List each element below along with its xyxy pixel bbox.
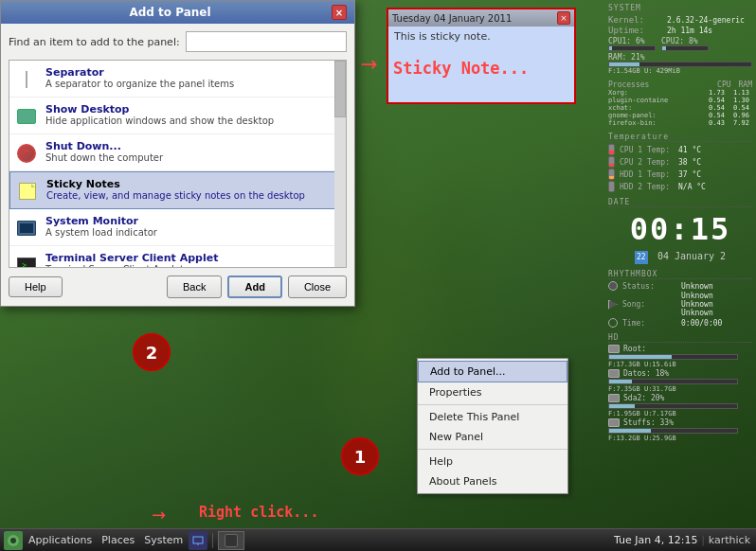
sticky-note-arrow-icon: ←	[360, 52, 377, 76]
context-menu-item[interactable]: Help	[418, 452, 567, 471]
annotation-circle-1: 1	[341, 437, 379, 475]
conky-processes-header: Processes CPU RAM	[608, 80, 752, 89]
conky-process-item: gnome-panel:0.540.96	[608, 112, 752, 119]
item-desc: A system load indicator	[45, 227, 157, 238]
dialog-close-button[interactable]: ×	[332, 5, 347, 20]
context-menu-separator	[418, 404, 567, 405]
panel-left-section: Applications Places System	[0, 531, 244, 550]
item-icon	[15, 142, 38, 165]
svg-point-1	[10, 538, 16, 543]
rhythmbox-status-icon	[608, 281, 618, 291]
dialog-list-item[interactable]: >_ Terminal Server Client Applet Termina…	[9, 246, 346, 268]
conky-date: 22 04 January 2	[608, 251, 752, 264]
sticky-note-title: Tuesday 04 January 2011	[392, 13, 557, 24]
scrollbar-thumb[interactable]	[334, 61, 346, 117]
conky-process-item: Xorg:1.731.13	[608, 89, 752, 97]
conky-process-item: plugin-containe0.541.30	[608, 97, 752, 104]
conky-ram-row: RAM: 21% F:1.54GB U: 429MiB	[608, 53, 752, 75]
hd-icon-2	[608, 369, 620, 378]
item-name: Shut Down...	[45, 140, 163, 152]
conky-cpu-row: CPU1: 6% CPU2: 8%	[608, 37, 752, 51]
thermometer-icon-4	[608, 181, 615, 192]
places-menu[interactable]: Places	[98, 532, 138, 548]
panel-right-section: Tue Jan 4, 12:15 | karthick	[614, 534, 756, 546]
item-desc: Hide application windows and show the de…	[45, 116, 274, 126]
gnome-logo-icon	[7, 534, 20, 547]
context-menu-separator	[418, 449, 567, 450]
context-menu-item[interactable]: New Panel	[418, 427, 567, 447]
dialog-search-input[interactable]	[186, 31, 347, 52]
music-icon	[608, 300, 618, 310]
close-button[interactable]: Close	[288, 276, 347, 298]
conky-system-section: SYSTEM Kernel: 2.6.32-24-generic Uptime:…	[608, 4, 752, 75]
context-menu-item[interactable]: Add to Panel...	[418, 361, 567, 382]
conky-cpu1-bar	[608, 45, 656, 51]
conky-process-item: xchat:0.540.54	[608, 104, 752, 112]
item-name: Terminal Server Client Applet	[45, 252, 218, 264]
conky-hdd1-temp: HDD 1 Temp: 37 °C	[608, 169, 752, 180]
conky-process-item: firefox-bin:0.437.92	[608, 119, 752, 127]
thermometer-icon	[608, 144, 615, 155]
item-icon: >_	[15, 254, 38, 268]
conky-status-row: Status: Unknown	[608, 281, 752, 291]
dialog-list-item[interactable]: Show Desktop Hide application windows an…	[9, 98, 346, 134]
conky-stuff-row: Stuffs: 33% F:13.2GB U:25.9GB	[608, 418, 752, 442]
context-menu: Add to Panel...PropertiesDelete This Pan…	[417, 358, 568, 494]
context-menu-item[interactable]: Delete This Panel	[418, 407, 567, 427]
dialog-search-row: Find an item to add to the panel:	[9, 31, 347, 52]
conky-cpu1: CPU1: 6%	[608, 37, 656, 51]
conky-cpu2: CPU2: 8%	[661, 37, 709, 51]
thermometer-icon-2	[608, 156, 615, 168]
sticky-note-annotation: Sticky Note...	[393, 59, 529, 78]
time-icon	[608, 318, 618, 328]
item-icon	[15, 68, 38, 91]
dialog-item-list: Separator A separator to organize the pa…	[9, 61, 346, 268]
system-menu[interactable]: System	[140, 532, 187, 548]
terminal-app-icon	[225, 534, 238, 547]
dialog-list-container: Separator A separator to organize the pa…	[9, 60, 347, 268]
dialog-scrollbar[interactable]	[334, 61, 346, 267]
taskbar-terminal[interactable]	[218, 531, 244, 550]
conky-hd-section: HD Root: F:17.3GB U:15.6iB Datos: 18% F:…	[608, 333, 752, 442]
svg-rect-2	[193, 537, 203, 543]
context-menu-item[interactable]: Properties	[418, 382, 567, 402]
dialog-list-item[interactable]: Shut Down... Shut down the computer	[9, 134, 346, 171]
conky-uptime-value: 2h 11m 14s	[667, 27, 712, 35]
conky-kernel-label: Kernel:	[608, 15, 665, 25]
dialog-search-label: Find an item to add to the panel:	[9, 36, 180, 48]
item-desc: A separator to organize the panel items	[45, 79, 234, 89]
conky-sda2-row: Sda2: 20% F:1.95GB U:7.17GB	[608, 394, 752, 418]
dialog-buttons: Help Back Add Close	[9, 276, 347, 298]
item-icon	[16, 180, 39, 203]
item-desc: Shut down the computer	[45, 152, 163, 163]
hd-icon-4	[608, 418, 620, 427]
add-button[interactable]: Add	[227, 276, 281, 298]
context-menu-list: Add to Panel...PropertiesDelete This Pan…	[418, 361, 567, 491]
context-menu-item[interactable]: About Panels	[418, 471, 567, 491]
sticky-note-content: This is sticky note.	[394, 30, 491, 43]
desktop: Tuesday 04 January 2011 × This is sticky…	[0, 0, 756, 551]
dialog-list-item[interactable]: Separator A separator to organize the pa…	[9, 61, 346, 98]
conky-kernel-value: 2.6.32-24-generic	[667, 16, 745, 25]
conky-temp-header: Temperature	[608, 133, 752, 142]
gnome-icon[interactable]	[4, 531, 23, 550]
applications-menu[interactable]: Applications	[25, 532, 96, 548]
thermometer-icon-3	[608, 169, 615, 180]
panel-datetime: Tue Jan 4, 12:15	[614, 534, 697, 546]
dialog-titlebar: Add to Panel ×	[1, 1, 354, 24]
right-click-arrow-icon: →	[152, 505, 166, 524]
right-click-annotation: Right click...	[199, 504, 318, 521]
sticky-note-close-button[interactable]: ×	[557, 11, 570, 25]
conky-song-row: Song: Unknown Unknown Unknown	[608, 292, 752, 317]
help-button[interactable]: Help	[9, 276, 63, 297]
sticky-note-window: Tuesday 04 January 2011 × This is sticky…	[387, 8, 576, 104]
conky-rhythmbox-section: RHYTHMBOX Status: Unknown Song: Unknown …	[608, 270, 752, 328]
back-button[interactable]: Back	[167, 276, 222, 298]
item-desc: Create, view, and manage sticky notes on…	[46, 190, 305, 201]
network-icon[interactable]	[189, 531, 207, 550]
dialog-list-item[interactable]: Sticky Notes Create, view, and manage st…	[9, 171, 346, 209]
dialog-list-item[interactable]: System Monitor A system load indicator	[9, 209, 346, 246]
conky-uptime-label: Uptime:	[608, 26, 665, 35]
item-icon	[15, 105, 38, 128]
conky-processes-section: Processes CPU RAM Xorg:1.731.13plugin-co…	[608, 80, 752, 127]
